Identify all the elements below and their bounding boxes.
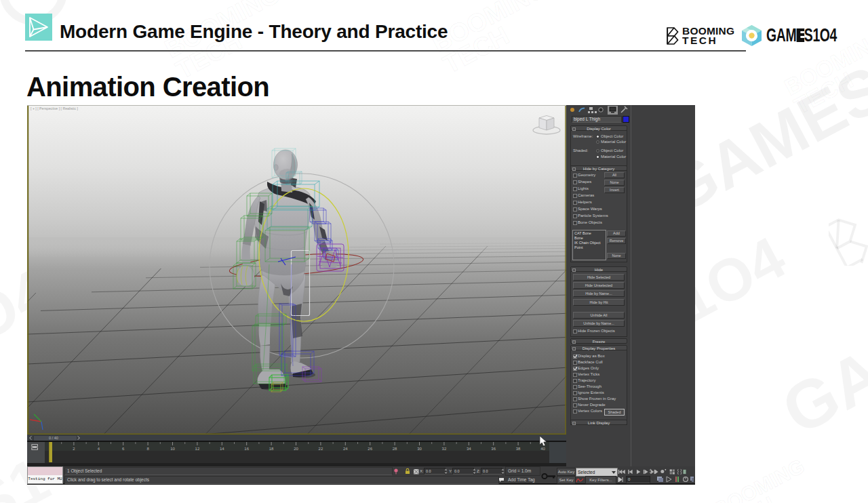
svg-text:36: 36 — [491, 447, 496, 451]
svg-text:18: 18 — [269, 447, 274, 451]
svg-text:12: 12 — [195, 447, 200, 451]
svg-text:6: 6 — [122, 447, 125, 451]
svg-text:4: 4 — [98, 447, 100, 451]
svg-text:2: 2 — [73, 447, 75, 451]
svg-text:34: 34 — [467, 447, 471, 451]
svg-text:38: 38 — [516, 447, 521, 451]
svg-text:14: 14 — [220, 447, 224, 451]
svg-text:16: 16 — [244, 447, 249, 451]
svg-text:32: 32 — [442, 447, 447, 451]
svg-text:22: 22 — [319, 447, 323, 451]
svg-text:30: 30 — [417, 447, 422, 451]
svg-text:26: 26 — [368, 447, 372, 451]
svg-text:28: 28 — [393, 447, 397, 451]
svg-text:10: 10 — [170, 447, 175, 451]
svg-text:8: 8 — [146, 447, 149, 451]
svg-text:24: 24 — [343, 447, 348, 451]
svg-text:20: 20 — [294, 447, 298, 451]
svg-text:[ + ] [ Perspective ] [ Realis: [ + ] [ Perspective ] [ Realistic ] — [31, 106, 78, 110]
